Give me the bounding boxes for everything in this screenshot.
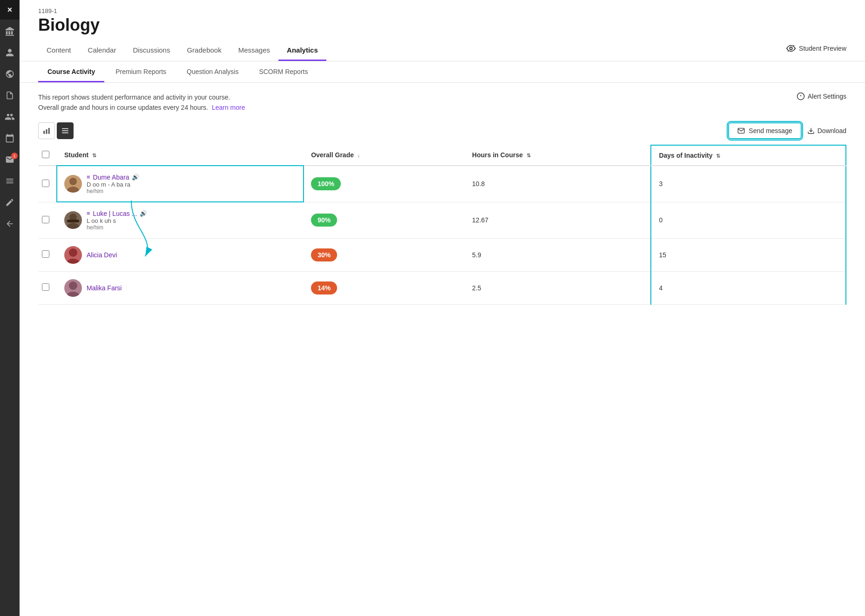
learn-more-link[interactable]: Learn more: [212, 104, 245, 111]
row2-avatar: [64, 211, 82, 229]
row3-student-cell: Alicia Devi: [57, 238, 304, 271]
svg-point-13: [67, 187, 79, 193]
send-message-button[interactable]: Send message: [728, 122, 801, 139]
mail-icon[interactable]: 1: [0, 150, 20, 169]
row4-avatar: [64, 279, 82, 297]
student-sort-icon[interactable]: ⇅: [92, 153, 96, 158]
row1-reader-icon: ≡: [87, 174, 90, 181]
table-container: Student ⇅ Overall Grade ↓ Hours in Cours…: [38, 145, 846, 305]
student-preview-icon: [786, 43, 796, 54]
globe-icon[interactable]: [0, 64, 20, 84]
tab-content[interactable]: Content: [38, 40, 80, 61]
row2-pronouns: he/him: [87, 224, 147, 231]
grade-col-header: Overall Grade ↓: [304, 145, 465, 166]
row1-phonetic: D oo m - A ba ra: [87, 181, 139, 188]
student-col-header: Student ⇅: [57, 145, 304, 166]
chart-view-button[interactable]: [38, 122, 55, 139]
days-sort-icon[interactable]: ⇅: [716, 153, 720, 159]
sub-tab-course-activity[interactable]: Course Activity: [38, 61, 104, 82]
row4-student-cell: Malika Farsi: [57, 271, 304, 304]
row2-grade-cell: 90%: [304, 202, 465, 238]
student-preview-label: Student Preview: [799, 45, 846, 52]
row1-checkbox[interactable]: [42, 180, 49, 187]
svg-point-20: [67, 292, 79, 297]
table-row: ≡ Luke | Lucas ... 🔊 L oo k uh s he/him: [38, 202, 846, 238]
tab-discussions[interactable]: Discussions: [124, 40, 178, 61]
people-icon[interactable]: [0, 107, 20, 127]
row3-days-cell: 15: [651, 238, 846, 271]
row2-name[interactable]: Luke | Lucas ...: [93, 210, 137, 217]
close-button[interactable]: ×: [0, 0, 20, 20]
row3-name[interactable]: Alicia Devi: [87, 251, 117, 259]
tab-messages[interactable]: Messages: [230, 40, 278, 61]
row2-days-cell: 0: [651, 202, 846, 238]
row1-avatar: [64, 175, 82, 193]
sub-tab-premium-reports[interactable]: Premium Reports: [106, 61, 176, 82]
row3-checkbox[interactable]: [42, 250, 49, 258]
row4-grade-badge: 14%: [311, 281, 337, 295]
row1-grade-badge: 100%: [311, 177, 341, 190]
row2-audio-icon[interactable]: 🔊: [140, 210, 147, 217]
svg-rect-4: [43, 131, 45, 134]
svg-rect-8: [62, 130, 68, 131]
download-button[interactable]: Download: [807, 127, 846, 134]
row1-name[interactable]: Dume Abara: [93, 174, 129, 181]
svg-point-15: [67, 223, 79, 229]
grade-sort-icon[interactable]: ↓: [358, 153, 360, 158]
row2-student-cell: ≡ Luke | Lucas ... 🔊 L oo k uh s he/him: [57, 202, 304, 238]
download-label: Download: [818, 127, 846, 134]
page-header: 1189-1 Biology Content Calendar Discussi…: [20, 0, 865, 61]
svg-rect-9: [62, 133, 68, 134]
row4-name[interactable]: Malika Farsi: [87, 284, 122, 292]
course-id: 1189-1: [38, 7, 846, 14]
menu-icon[interactable]: [0, 171, 20, 191]
svg-rect-6: [48, 128, 50, 134]
back-icon[interactable]: [0, 214, 20, 234]
row1-audio-icon[interactable]: 🔊: [132, 174, 139, 181]
select-all-checkbox[interactable]: [42, 151, 49, 158]
files-icon[interactable]: [0, 86, 20, 105]
row1-checkbox-cell: [38, 166, 57, 202]
hours-sort-icon[interactable]: ⇅: [527, 153, 531, 158]
list-view-button[interactable]: [57, 122, 74, 139]
row1-student-cell: ≡ Dume Abara 🔊 D oo m - A ba ra he/him: [57, 166, 304, 202]
send-message-label: Send message: [749, 127, 792, 134]
download-icon: [807, 127, 815, 134]
report-info-bar: This report shows student performance an…: [38, 92, 846, 113]
main-content: 1189-1 Biology Content Calendar Discussi…: [20, 0, 865, 616]
row2-hours-cell: 12.67: [465, 202, 651, 238]
row4-grade-cell: 14%: [304, 271, 465, 304]
edit-icon[interactable]: [0, 193, 20, 212]
tab-gradebook[interactable]: Gradebook: [178, 40, 230, 61]
row2-grade-badge: 90%: [311, 214, 337, 227]
table-toolbar: Send message Download: [38, 122, 846, 139]
sub-tab-scorm-reports[interactable]: SCORM Reports: [250, 61, 317, 82]
svg-point-18: [67, 259, 79, 264]
calendar-icon[interactable]: [0, 128, 20, 148]
institution-icon[interactable]: [0, 21, 20, 41]
hours-col-header: Hours in Course ⇅: [465, 145, 651, 166]
row4-checkbox[interactable]: [42, 283, 49, 291]
svg-point-0: [790, 47, 792, 50]
tab-calendar[interactable]: Calendar: [80, 40, 125, 61]
toolbar-right: Send message Download: [728, 122, 846, 139]
row3-grade-badge: 30%: [311, 248, 337, 261]
tab-analytics[interactable]: Analytics: [278, 40, 326, 61]
report-section: This report shows student performance an…: [20, 83, 865, 616]
svg-rect-5: [46, 129, 47, 134]
row3-avatar: [64, 246, 82, 264]
row3-hours-cell: 5.9: [465, 238, 651, 271]
svg-point-12: [69, 178, 77, 185]
report-info-text: This report shows student performance an…: [38, 92, 245, 113]
alert-settings-button[interactable]: Alert Settings: [797, 92, 846, 100]
row4-days-cell: 4: [651, 271, 846, 304]
row2-checkbox[interactable]: [42, 216, 49, 223]
sub-tab-question-analysis[interactable]: Question Analysis: [177, 61, 248, 82]
user-icon[interactable]: [0, 43, 20, 62]
mail-badge: 1: [11, 153, 18, 159]
student-preview-button[interactable]: Student Preview: [786, 43, 846, 58]
row1-pronouns: he/him: [87, 188, 139, 194]
svg-point-17: [69, 248, 77, 257]
alert-settings-label: Alert Settings: [808, 93, 846, 100]
row2-reader-icon: ≡: [87, 210, 90, 217]
